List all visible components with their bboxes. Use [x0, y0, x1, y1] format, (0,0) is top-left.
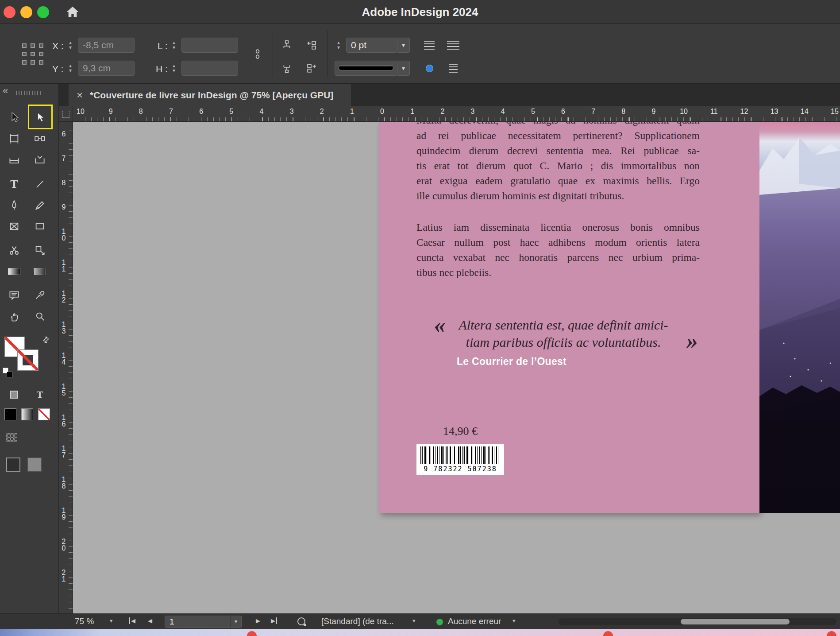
- width-field[interactable]: [181, 38, 238, 53]
- body-line: quindecim dierum decrevi sententia mea. …: [416, 143, 700, 158]
- ruler-number: 4: [256, 108, 267, 116]
- stepper-down-icon[interactable]: ▾: [69, 45, 72, 50]
- horizontal-ruler[interactable]: 109876543210123456789101112131415: [59, 106, 840, 122]
- line-tool[interactable]: [30, 175, 50, 194]
- zoom-tool[interactable]: [30, 307, 50, 326]
- error-status-dropdown-icon[interactable]: ▾: [512, 617, 516, 624]
- quote-attribution[interactable]: Le Courrier de l’Ouest: [416, 356, 607, 368]
- x-position-field[interactable]: -8,5 cm: [78, 38, 135, 53]
- screen-mode-preview-button[interactable]: [27, 458, 42, 472]
- free-transform-tool[interactable]: [30, 240, 50, 260]
- stroke-style-dropdown[interactable]: ▾: [397, 61, 410, 76]
- ruler-number: 2: [316, 108, 327, 116]
- select-content-icon[interactable]: [279, 61, 295, 75]
- constrain-proportions-icon[interactable]: [250, 47, 266, 61]
- stroke-color-swatch[interactable]: [18, 350, 38, 370]
- panel-grip[interactable]: [16, 91, 42, 95]
- scissors-tool[interactable]: [4, 240, 24, 260]
- ruler-number: 3: [467, 108, 478, 116]
- error-status[interactable]: Aucune erreur: [448, 617, 501, 626]
- preflight-icon[interactable]: [297, 617, 305, 625]
- apply-color-button[interactable]: [4, 408, 16, 420]
- swap-fill-stroke-icon[interactable]: ⇄: [40, 334, 51, 345]
- previous-page-button[interactable]: ◀: [148, 617, 152, 624]
- direct-selection-tool[interactable]: [30, 107, 50, 127]
- page-number-dropdown[interactable]: ▾: [230, 616, 242, 628]
- page-number-field[interactable]: 1: [165, 616, 230, 628]
- note-tool[interactable]: [4, 285, 24, 305]
- zoom-level[interactable]: 75 %: [75, 617, 94, 626]
- height-field[interactable]: [181, 61, 238, 76]
- content-collector-tool[interactable]: [4, 150, 24, 170]
- gradient-swatch-tool[interactable]: [4, 262, 24, 281]
- collapse-panel-icon[interactable]: «: [3, 85, 8, 97]
- back-cover-page[interactable]: Multa decreverim, quae magis ad hominis …: [379, 122, 759, 513]
- pull-quote[interactable]: « Altera sententia est, quae definit ami…: [450, 316, 677, 351]
- mountain-photo-illustration: [759, 122, 840, 513]
- document-tab[interactable]: × *Couverture de livre sur InDesign @ 75…: [69, 84, 352, 106]
- barcode[interactable]: 9 782322 507238: [416, 444, 504, 475]
- view-options-icon[interactable]: [6, 433, 17, 442]
- rectangle-tool[interactable]: [30, 217, 50, 236]
- stroke-weight-dropdown[interactable]: ▾: [397, 38, 410, 53]
- reference-point-proxy[interactable]: [21, 36, 44, 72]
- stepper-down-icon[interactable]: ▾: [69, 68, 72, 73]
- ruler-number: 8: [618, 108, 629, 116]
- height-stepper[interactable]: ▴ ▾: [170, 61, 178, 75]
- screen-mode-normal-button[interactable]: [6, 458, 20, 472]
- vertical-ruler[interactable]: 6789101112131415161718192021: [59, 122, 73, 613]
- stepper-down-icon[interactable]: ▾: [337, 45, 340, 50]
- select-container-icon[interactable]: [279, 38, 295, 52]
- span-columns-icon[interactable]: [445, 38, 461, 52]
- apply-none-button[interactable]: [38, 408, 50, 420]
- ruler-number: 2: [437, 108, 448, 116]
- pencil-tool[interactable]: [30, 196, 50, 215]
- zoom-dropdown-icon[interactable]: ▾: [110, 617, 113, 624]
- y-stepper[interactable]: ▴ ▾: [66, 61, 74, 75]
- gradient-feather-tool[interactable]: [30, 262, 50, 281]
- select-next-object-icon[interactable]: [304, 61, 320, 75]
- stroke-style-swatch[interactable]: [335, 61, 397, 76]
- formatting-affects-text[interactable]: T: [30, 385, 50, 404]
- gap-tool[interactable]: [30, 129, 50, 148]
- price-text[interactable]: 14,90 €: [416, 425, 504, 438]
- eyedropper-tool[interactable]: [30, 285, 50, 305]
- opacity-icon[interactable]: [421, 61, 437, 75]
- formatting-affects-container[interactable]: [4, 385, 24, 404]
- text-align-icon[interactable]: [445, 61, 461, 75]
- preflight-dropdown-icon[interactable]: ▾: [412, 617, 416, 624]
- default-fill-stroke-icon[interactable]: [3, 368, 12, 377]
- frame-tool[interactable]: [4, 217, 24, 236]
- stepper-down-icon[interactable]: ▾: [173, 45, 175, 50]
- pen-tool[interactable]: [4, 196, 24, 215]
- hand-tool[interactable]: [4, 307, 24, 326]
- stroke-weight-stepper[interactable]: ▴ ▾: [335, 38, 343, 52]
- apply-gradient-button[interactable]: [21, 408, 33, 420]
- content-placer-tool[interactable]: [30, 150, 50, 170]
- text-frame-lines-icon[interactable]: [421, 38, 437, 52]
- scrollbar-thumb[interactable]: [681, 619, 790, 624]
- x-stepper[interactable]: ▴ ▾: [66, 38, 74, 52]
- last-page-button[interactable]: ▶: [271, 617, 277, 624]
- body-line: ad rei publicae necessitatem pertinerent…: [416, 128, 700, 143]
- preflight-profile[interactable]: [Standard] (de tra...: [321, 617, 394, 626]
- next-page-button[interactable]: ▶: [256, 617, 260, 624]
- page-tool[interactable]: [4, 129, 24, 148]
- close-tab-icon[interactable]: ×: [77, 89, 83, 101]
- select-previous-object-icon[interactable]: [304, 38, 320, 52]
- ruler-origin-icon[interactable]: [59, 106, 73, 122]
- body-paragraph-2[interactable]: Latius iam disseminata licentia onerosus…: [416, 220, 700, 280]
- stepper-down-icon[interactable]: ▾: [173, 68, 175, 73]
- stroke-weight-field[interactable]: 0 pt: [346, 38, 397, 53]
- y-position-field[interactable]: 9,3 cm: [78, 61, 135, 76]
- cover-photo-frame[interactable]: [759, 122, 840, 513]
- horizontal-scrollbar[interactable]: [559, 618, 836, 625]
- first-page-button[interactable]: ◀: [129, 617, 135, 624]
- type-tool[interactable]: T: [4, 175, 24, 194]
- height-label: H :: [156, 64, 168, 74]
- pasteboard[interactable]: Multa decreverim, quae magis ad hominis …: [73, 122, 840, 613]
- width-label: L :: [158, 41, 168, 51]
- selection-tool[interactable]: [4, 107, 24, 127]
- body-paragraph-1[interactable]: ad rei publicae necessitatem pertinerent…: [416, 128, 700, 203]
- width-stepper[interactable]: ▴ ▾: [170, 38, 178, 52]
